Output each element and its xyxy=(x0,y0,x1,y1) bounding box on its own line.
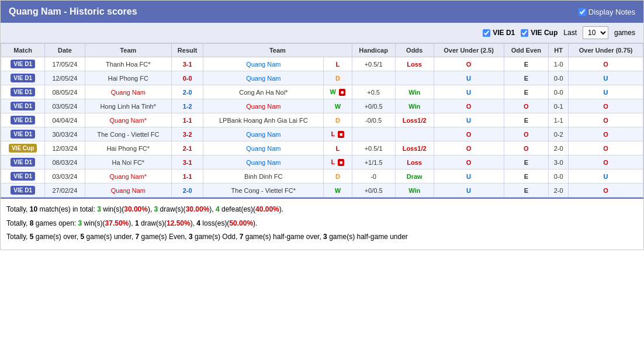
table-row: VIE Cup12/03/24Hai Phong FC*2-1Quang Nam… xyxy=(1,141,643,155)
home-team-cell: Hong Linh Ha Tinh* xyxy=(85,99,172,113)
home-team-cell: Thanh Hoa FC* xyxy=(85,57,172,71)
away-team-cell: Quang Nam xyxy=(203,57,324,71)
vied1-filter[interactable]: VIE D1 xyxy=(483,29,515,37)
ou075-cell: U xyxy=(569,169,643,184)
oe-cell: E xyxy=(504,57,549,71)
ht-cell: 1-1 xyxy=(549,113,569,127)
scores-table: Match Date Team Result Team Handicap Odd… xyxy=(1,43,643,198)
summary-line1: Totally, 10 match(es) in total: 3 win(s)… xyxy=(6,203,638,216)
home-team-cell: Hai Phong FC* xyxy=(85,141,172,155)
col-match: Match xyxy=(1,44,45,57)
col-ou25: Over Under (2.5) xyxy=(434,44,504,57)
date-cell: 04/04/24 xyxy=(45,113,85,127)
league-cell: VIE D1 xyxy=(1,169,45,184)
date-cell: 03/05/24 xyxy=(45,99,85,113)
date-cell: 30/03/24 xyxy=(45,127,85,141)
odds-cell: Loss xyxy=(395,155,434,169)
away-team-cell: Quang Nam xyxy=(203,127,324,141)
table-row: VIE D103/03/24Quang Nam*1-1Binh Dinh FCD… xyxy=(1,169,643,184)
date-cell: 03/03/24 xyxy=(45,169,85,184)
league-cell: VIE D1 xyxy=(1,184,45,198)
score-cell: 2-0 xyxy=(172,85,203,99)
handicap-cell xyxy=(352,127,395,141)
display-notes-label[interactable]: Display Notes xyxy=(579,8,635,16)
odds-cell: Loss xyxy=(395,57,434,71)
ht-cell: 0-1 xyxy=(549,99,569,113)
league-cell: VIE D1 xyxy=(1,127,45,141)
handicap-cell: +0.5/1 xyxy=(352,141,395,155)
table-row: VIE D108/03/24Ha Noi FC*3-1Quang NamL ■+… xyxy=(1,155,643,169)
oe-cell: E xyxy=(504,155,549,169)
ht-cell: 2-0 xyxy=(549,141,569,155)
oe-cell: E xyxy=(504,71,549,85)
summary-line2: Totally, 8 games open: 3 win(s)(37.50%),… xyxy=(6,217,638,230)
score-cell: 3-1 xyxy=(172,57,203,71)
wdl-cell: W xyxy=(324,184,352,198)
col-handicap: Handicap xyxy=(352,44,395,57)
ou075-cell: O xyxy=(569,127,643,141)
oe-cell: O xyxy=(504,141,549,155)
table-row: VIE D103/05/24Hong Linh Ha Tinh*1-2Quang… xyxy=(1,99,643,113)
league-cell: VIE D1 xyxy=(1,155,45,169)
display-notes-checkbox[interactable] xyxy=(579,8,586,16)
score-cell: 2-1 xyxy=(172,141,203,155)
ou075-cell: O xyxy=(569,113,643,127)
odds-cell xyxy=(395,71,434,85)
ht-cell: 3-0 xyxy=(549,155,569,169)
wdl-cell: D xyxy=(324,71,352,85)
league-cell: VIE D1 xyxy=(1,71,45,85)
wdl-cell: L ■ xyxy=(324,155,352,169)
ht-cell: 1-0 xyxy=(549,57,569,71)
date-cell: 17/05/24 xyxy=(45,57,85,71)
viecup-checkbox[interactable] xyxy=(521,29,528,37)
ou075-cell: U xyxy=(569,71,643,85)
games-label: games xyxy=(614,29,635,37)
home-team-cell: Quang Nam* xyxy=(85,169,172,184)
ht-cell: 0-0 xyxy=(549,169,569,184)
league-cell: VIE D1 xyxy=(1,57,45,71)
viecup-filter[interactable]: VIE Cup xyxy=(521,29,558,37)
league-cell: VIE Cup xyxy=(1,141,45,155)
page-title: Quang Nam - Historic scores xyxy=(9,6,137,17)
home-team-cell: Quang Nam xyxy=(85,85,172,99)
wdl-cell: W xyxy=(324,99,352,113)
away-team-cell: Quang Nam xyxy=(203,99,324,113)
league-cell: VIE D1 xyxy=(1,113,45,127)
table-row: VIE D104/04/24Quang Nam*1-1LPBank Hoang … xyxy=(1,113,643,127)
date-cell: 12/03/24 xyxy=(45,141,85,155)
wdl-cell: W ■ xyxy=(324,85,352,99)
handicap-cell: +0/0.5 xyxy=(352,99,395,113)
date-cell: 08/05/24 xyxy=(45,85,85,99)
col-ht: HT xyxy=(549,44,569,57)
odds-cell: Loss1/2 xyxy=(395,113,434,127)
ou075-cell: O xyxy=(569,184,643,198)
ou25-cell: U xyxy=(434,184,504,198)
wdl-cell: L xyxy=(324,141,352,155)
col-result: Result xyxy=(172,44,203,57)
handicap-cell: +0/0.5 xyxy=(352,184,395,198)
away-team-cell: Binh Dinh FC xyxy=(203,169,324,184)
table-row: VIE D127/02/24Quang Nam2-0The Cong - Vie… xyxy=(1,184,643,198)
handicap-cell: +0.5/1 xyxy=(352,57,395,71)
vied1-checkbox[interactable] xyxy=(483,29,490,37)
home-team-cell: Hai Phong FC xyxy=(85,71,172,85)
score-cell: 0-0 xyxy=(172,71,203,85)
ht-cell: 0-0 xyxy=(549,71,569,85)
league-cell: VIE D1 xyxy=(1,85,45,99)
games-select[interactable]: 10 20 30 xyxy=(583,26,608,39)
vied1-label: VIE D1 xyxy=(493,29,515,37)
handicap-cell: +1/1.5 xyxy=(352,155,395,169)
away-team-cell: Quang Nam xyxy=(203,155,324,169)
oe-cell: E xyxy=(504,113,549,127)
score-cell: 3-1 xyxy=(172,155,203,169)
odds-cell: Win xyxy=(395,184,434,198)
away-team-cell: The Cong - Viettel FC* xyxy=(203,184,324,198)
ou25-cell: O xyxy=(434,127,504,141)
last-label: Last xyxy=(563,29,577,37)
wdl-cell: D xyxy=(324,113,352,127)
league-cell: VIE D1 xyxy=(1,99,45,113)
main-container: Quang Nam - Historic scores Display Note… xyxy=(0,0,644,250)
away-team-cell: LPBank Hoang Anh Gia Lai FC xyxy=(203,113,324,127)
odds-cell: Loss1/2 xyxy=(395,141,434,155)
ou25-cell: U xyxy=(434,113,504,127)
